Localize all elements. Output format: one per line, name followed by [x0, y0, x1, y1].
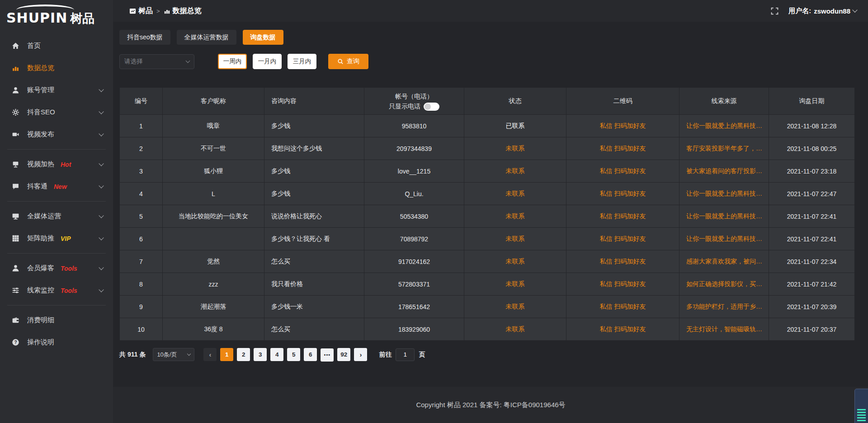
- sidebar-item-douyin-seo[interactable]: 抖音SEO: [0, 101, 113, 123]
- sidebar-item-video-heat[interactable]: 视频加热Hot: [0, 153, 113, 175]
- cell-qrcode-link[interactable]: 私信 扫码加好友: [566, 318, 679, 341]
- person-icon: [12, 264, 20, 273]
- page-ellipsis-button[interactable]: •••: [321, 348, 334, 362]
- page-button-6[interactable]: 6: [304, 348, 317, 361]
- chevron-down-icon: [852, 7, 857, 12]
- cell-nickname: 不可一世: [163, 137, 264, 160]
- cell-content: 我想问这个多少钱: [264, 137, 364, 160]
- sidebar-item-label: 全媒体运营: [27, 212, 61, 221]
- cell-source-link[interactable]: 多功能护栏灯，适用于乡村文...: [679, 296, 769, 318]
- breadcrumb: 树品 > 数据总览: [129, 6, 202, 16]
- video-camera-icon: [12, 131, 20, 139]
- cell-content: 多少钱？让我死心 看: [264, 228, 364, 250]
- chevron-down-icon: [99, 287, 104, 292]
- col-header-content: 咨询内容: [264, 88, 364, 115]
- page-button-5[interactable]: 5: [287, 348, 300, 361]
- filter-select-placeholder: 请选择: [124, 57, 143, 66]
- cell-source-link[interactable]: 被大家追着问的客厅投影分享...: [679, 160, 769, 183]
- query-button[interactable]: 查询: [328, 54, 368, 69]
- chevron-down-icon: [99, 131, 104, 136]
- search-icon: [337, 58, 344, 65]
- floating-widget[interactable]: [854, 389, 868, 423]
- filter-select[interactable]: 请选择: [119, 54, 194, 69]
- comment-icon: [12, 183, 20, 191]
- cell-qrcode-link[interactable]: 私信 扫码加好友: [566, 205, 679, 228]
- cell-nickname: 哦章: [163, 115, 264, 137]
- cell-qrcode-link[interactable]: 私信 扫码加好友: [566, 115, 679, 137]
- grid-icon: [12, 235, 20, 243]
- sidebar-item-label: 账号管理: [27, 86, 54, 94]
- cell-source-link[interactable]: 让你一眼就爱上的黑科技，能...: [679, 115, 769, 137]
- page-button-92[interactable]: 92: [337, 348, 350, 361]
- cell-content: 多少钱一米: [264, 296, 364, 318]
- cell-date: 2021-11-07 22:41: [769, 228, 855, 250]
- sidebar-item-data-overview[interactable]: 数据总览: [0, 57, 113, 79]
- sidebar-item-video-publish[interactable]: 视频发布: [0, 123, 113, 146]
- cell-source-link[interactable]: 让你一眼就爱上的黑科技，能...: [679, 183, 769, 205]
- sidebar-item-consumption-detail[interactable]: 消费明细: [0, 309, 113, 331]
- sidebar-item-label: 消费明细: [27, 316, 54, 324]
- next-page-button[interactable]: ›: [354, 348, 367, 361]
- cell-id: 2: [120, 137, 163, 160]
- cell-status: 未联系: [464, 228, 566, 250]
- chevron-down-icon: [99, 183, 104, 188]
- page-button-3[interactable]: 3: [254, 348, 267, 361]
- jump-page-input[interactable]: [396, 348, 415, 361]
- cell-source-link[interactable]: 让你一眼就爱上的黑科技，能...: [679, 205, 769, 228]
- table-row: 7 觉然 怎么买 917024162 未联系 私信 扫码加好友 感谢大家喜欢我家…: [120, 250, 855, 273]
- cell-qrcode-link[interactable]: 私信 扫码加好友: [566, 228, 679, 250]
- page-button-1[interactable]: 1: [220, 348, 233, 361]
- sidebar-item-account-management[interactable]: 账号管理: [0, 79, 113, 101]
- cell-source-link[interactable]: 感谢大家喜欢我家，被问了好...: [679, 250, 769, 273]
- period-button-one-month[interactable]: 一月内: [253, 54, 282, 69]
- topbar: 树品 > 数据总览 用户名: zswodun88: [113, 0, 868, 22]
- logo[interactable]: SHUPIN树品: [0, 0, 113, 28]
- breadcrumb-home[interactable]: 树品: [129, 6, 153, 16]
- cell-date: 2021-11-08 00:25: [769, 137, 855, 160]
- sidebar-item-member-burst[interactable]: 会员爆客Tools: [0, 257, 113, 279]
- page-size-select[interactable]: 10条/页: [153, 348, 194, 361]
- tab-media-operation-data[interactable]: 全媒体运营数据: [177, 30, 236, 45]
- cell-account: 50534380: [364, 205, 464, 228]
- cell-source-link[interactable]: 让你一眼就爱上的黑科技，能...: [679, 228, 769, 250]
- badge-tools: Tools: [61, 287, 77, 294]
- cell-date: 2021-11-07 21:42: [769, 273, 855, 296]
- phone-only-toggle[interactable]: [424, 103, 439, 111]
- tab-inquiry-data[interactable]: 询盘数据: [243, 30, 283, 45]
- period-button-three-months[interactable]: 三月内: [288, 54, 316, 69]
- sidebar-item-douketong[interactable]: 抖客通New: [0, 175, 113, 197]
- tab-douyin-seo-data[interactable]: 抖音seo数据: [119, 30, 170, 45]
- cell-qrcode-link[interactable]: 私信 扫码加好友: [566, 137, 679, 160]
- cell-qrcode-link[interactable]: 私信 扫码加好友: [566, 160, 679, 183]
- cell-id: 4: [120, 183, 163, 205]
- period-button-one-week[interactable]: 一周内: [218, 54, 247, 69]
- cell-source-link[interactable]: 客厅安装投影半年多了，真实...: [679, 137, 769, 160]
- cell-source-link[interactable]: 无主灯设计，智能磁吸轨道灯...: [679, 318, 769, 341]
- cell-date: 2021-11-07 22:47: [769, 183, 855, 205]
- sidebar-item-label: 数据总览: [27, 64, 54, 72]
- sidebar-item-operation-guide[interactable]: ?操作说明: [0, 331, 113, 353]
- cell-qrcode-link[interactable]: 私信 扫码加好友: [566, 296, 679, 318]
- chevron-down-icon: [99, 265, 104, 270]
- badge-vip: VIP: [61, 235, 71, 242]
- sidebar-item-home[interactable]: 首页: [0, 35, 113, 57]
- prev-page-button[interactable]: ‹: [203, 348, 217, 361]
- cell-qrcode-link[interactable]: 私信 扫码加好友: [566, 273, 679, 296]
- page-button-4[interactable]: 4: [270, 348, 283, 361]
- breadcrumb-current[interactable]: 数据总览: [164, 6, 202, 16]
- fullscreen-icon[interactable]: [771, 7, 778, 15]
- sidebar-item-matrix-boost[interactable]: 矩阵助推VIP: [0, 227, 113, 249]
- cell-content: 怎么买: [264, 250, 364, 273]
- bar-chart-icon: [12, 64, 20, 72]
- cell-qrcode-link[interactable]: 私信 扫码加好友: [566, 250, 679, 273]
- user-menu[interactable]: 用户名: zswodun88: [788, 7, 857, 15]
- cell-qrcode-link[interactable]: 私信 扫码加好友: [566, 183, 679, 205]
- sidebar-item-media-operation[interactable]: 全媒体运营: [0, 205, 113, 227]
- page-button-2[interactable]: 2: [237, 348, 250, 361]
- username-label: 用户名:: [788, 7, 811, 15]
- sidebar-item-clue-monitor[interactable]: 线索监控Tools: [0, 279, 113, 301]
- brand-icon: [129, 8, 136, 14]
- col-header-status: 状态: [464, 88, 566, 115]
- cell-source-link[interactable]: 如何正确选择投影仪，买投影...: [679, 273, 769, 296]
- jump-label-after: 页: [419, 351, 425, 359]
